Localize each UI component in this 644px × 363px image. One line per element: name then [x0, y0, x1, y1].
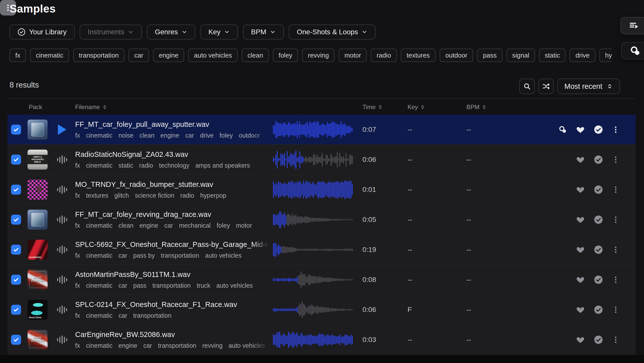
row-tag[interactable]: car	[164, 222, 173, 229]
row-tag[interactable]: amps and speakers	[195, 162, 250, 169]
pack-art[interactable]	[28, 120, 48, 140]
filter-genres[interactable]: Genres	[147, 25, 195, 40]
row-tag[interactable]: science fiction	[135, 192, 174, 199]
pack-art[interactable]: AMPS & SPEAKERS BIBLE	[28, 150, 48, 170]
row-tag[interactable]: cinematic	[86, 162, 112, 169]
row-tag[interactable]: cinematic	[86, 312, 112, 319]
column-header-key[interactable]: Key	[408, 104, 425, 111]
waveform[interactable]	[273, 180, 354, 200]
in-library-button[interactable]	[593, 245, 603, 255]
tag-chip[interactable]: drive	[570, 49, 595, 62]
waveform[interactable]	[273, 270, 354, 290]
like-button[interactable]	[575, 185, 585, 195]
sample-type-cell[interactable]	[57, 235, 68, 265]
sample-type-cell[interactable]	[57, 145, 68, 175]
play-icon[interactable]	[58, 124, 66, 135]
tag-chip[interactable]: transportation	[73, 49, 124, 62]
row-menu-button[interactable]	[611, 275, 621, 285]
filter-bpm[interactable]: BPM	[243, 25, 284, 40]
pack-art[interactable]: AUTO VEHICLES	[28, 270, 48, 290]
waveform[interactable]	[273, 210, 354, 230]
row-tag[interactable]: fx	[75, 312, 80, 319]
sample-row[interactable]: FF_MT_car_foley_pull_away_sputter.wav fx…	[8, 115, 636, 145]
row-tag[interactable]: pass	[133, 282, 147, 289]
tag-chip[interactable]: motor	[339, 49, 367, 62]
waveform[interactable]	[273, 330, 354, 350]
waveform[interactable]	[273, 150, 354, 170]
row-checkbox[interactable]	[11, 305, 21, 315]
column-header-bpm[interactable]: BPM	[466, 104, 487, 111]
row-menu-button[interactable]	[611, 215, 621, 225]
tag-chip[interactable]: foley	[273, 49, 298, 62]
sample-row[interactable]: Direct Drive SPLC-0214_FX_Oneshot_Raceca…	[8, 295, 636, 325]
row-tag[interactable]: auto vehicles	[205, 252, 242, 259]
row-tag[interactable]: revving	[202, 342, 223, 349]
row-tag[interactable]: car	[118, 252, 127, 259]
in-library-button[interactable]	[593, 125, 603, 135]
tag-chip[interactable]: outdoor	[440, 49, 473, 62]
tag-chip[interactable]: clean	[242, 49, 269, 62]
row-tag[interactable]: technology	[159, 162, 189, 169]
row-tag[interactable]: fx	[75, 162, 80, 169]
row-menu-button[interactable]	[611, 245, 621, 255]
sample-row[interactable]: AUTO VEHICLES AstonMartinPassBy_S011TM.1…	[8, 265, 636, 295]
row-checkbox[interactable]	[11, 335, 21, 345]
tag-chip[interactable]: radio	[371, 49, 397, 62]
similar-sounds-button[interactable]	[558, 125, 568, 135]
row-tag[interactable]: auto vehicles	[228, 342, 265, 349]
like-button[interactable]	[575, 155, 585, 165]
row-tag[interactable]: foley	[220, 132, 233, 139]
tag-chip[interactable]: revving	[302, 49, 335, 62]
row-tag[interactable]: fx	[75, 252, 80, 259]
in-library-button[interactable]	[593, 185, 603, 195]
row-tag[interactable]: transportation	[161, 252, 199, 259]
row-tag[interactable]: cinematic	[86, 222, 112, 229]
row-menu-button[interactable]	[611, 305, 621, 315]
tag-chip[interactable]: pass	[477, 49, 502, 62]
row-menu-button[interactable]	[611, 125, 621, 135]
row-tag[interactable]: glitch	[114, 192, 129, 199]
waveform[interactable]	[273, 120, 354, 140]
row-tag[interactable]: cinematic	[86, 282, 112, 289]
row-tag[interactable]: radio	[139, 162, 153, 169]
tag-chip[interactable]: textures	[401, 49, 436, 62]
row-tag[interactable]: car	[118, 282, 127, 289]
row-tag[interactable]: transportation	[153, 282, 191, 289]
filter-instruments[interactable]: Instruments	[80, 25, 142, 40]
row-tag[interactable]: fx	[75, 132, 80, 139]
in-library-button[interactable]	[593, 155, 603, 165]
tag-chip[interactable]: car	[128, 49, 149, 62]
waveform[interactable]	[273, 240, 354, 260]
filter-key[interactable]: Key	[200, 25, 238, 40]
in-library-button[interactable]	[593, 305, 603, 315]
tag-chip[interactable]: fx	[10, 49, 26, 62]
row-tag[interactable]: truck	[197, 282, 210, 289]
like-button[interactable]	[575, 275, 585, 285]
sample-row[interactable]: AMPS & SPEAKERS BIBLE RadioStaticNoSigna…	[8, 145, 636, 175]
row-tag[interactable]: engine	[140, 222, 158, 229]
row-tag[interactable]: transportation	[158, 342, 196, 349]
row-checkbox[interactable]	[11, 125, 21, 135]
waveform[interactable]	[273, 300, 354, 320]
row-tag[interactable]: radio	[180, 192, 194, 199]
row-tag[interactable]: drive	[200, 132, 213, 139]
in-library-button[interactable]	[593, 275, 603, 285]
row-tag[interactable]: car	[118, 312, 127, 319]
in-library-button[interactable]	[593, 335, 603, 345]
row-tag[interactable]: auto vehicles	[216, 282, 253, 289]
tag-chip[interactable]: hyperpop	[599, 49, 612, 62]
sample-type-cell[interactable]	[57, 175, 68, 205]
pack-art[interactable]	[28, 210, 48, 230]
row-tag[interactable]: transportation	[133, 312, 172, 319]
like-button[interactable]	[575, 305, 585, 315]
row-tag[interactable]: cinematic	[86, 132, 112, 139]
tag-chip[interactable]: static	[539, 49, 566, 62]
row-tag[interactable]: clean	[118, 222, 134, 229]
like-button[interactable]	[575, 215, 585, 225]
row-menu-button[interactable]	[611, 185, 621, 195]
tag-chip[interactable]: signal	[506, 49, 535, 62]
row-menu-button[interactable]	[611, 335, 621, 345]
similar-sounds-button[interactable]	[621, 42, 644, 60]
row-checkbox[interactable]	[11, 185, 21, 195]
row-tag[interactable]: engine	[118, 342, 137, 349]
